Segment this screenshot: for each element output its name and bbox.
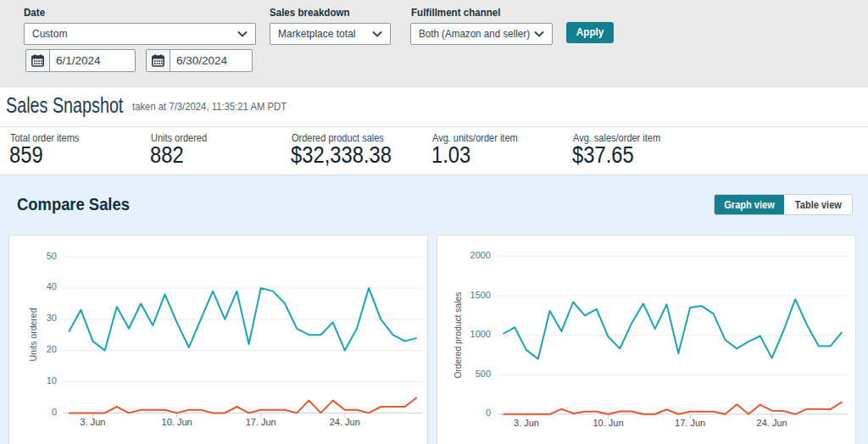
svg-text:10. Jun: 10. Jun [593, 418, 623, 428]
svg-text:24. Jun: 24. Jun [757, 418, 787, 428]
svg-text:3. Jun: 3. Jun [81, 417, 106, 427]
svg-text:2000: 2000 [470, 250, 491, 260]
svg-text:0: 0 [486, 408, 491, 418]
svg-text:0: 0 [52, 407, 57, 417]
svg-text:24. Jun: 24. Jun [330, 417, 360, 427]
svg-text:50: 50 [47, 251, 57, 261]
svg-text:20: 20 [47, 344, 57, 354]
svg-text:1500: 1500 [470, 290, 491, 300]
svg-text:Ordered product sales: Ordered product sales [453, 291, 463, 378]
svg-text:17. Jun: 17. Jun [675, 418, 705, 428]
svg-text:17. Jun: 17. Jun [246, 417, 276, 427]
svg-text:Units ordered: Units ordered [28, 308, 38, 362]
svg-text:3. Jun: 3. Jun [514, 418, 539, 428]
svg-text:10. Jun: 10. Jun [162, 417, 192, 427]
svg-text:30: 30 [47, 313, 57, 323]
svg-text:40: 40 [47, 281, 57, 291]
svg-text:10: 10 [47, 375, 57, 386]
svg-text:500: 500 [476, 369, 491, 379]
svg-text:1000: 1000 [470, 329, 491, 339]
